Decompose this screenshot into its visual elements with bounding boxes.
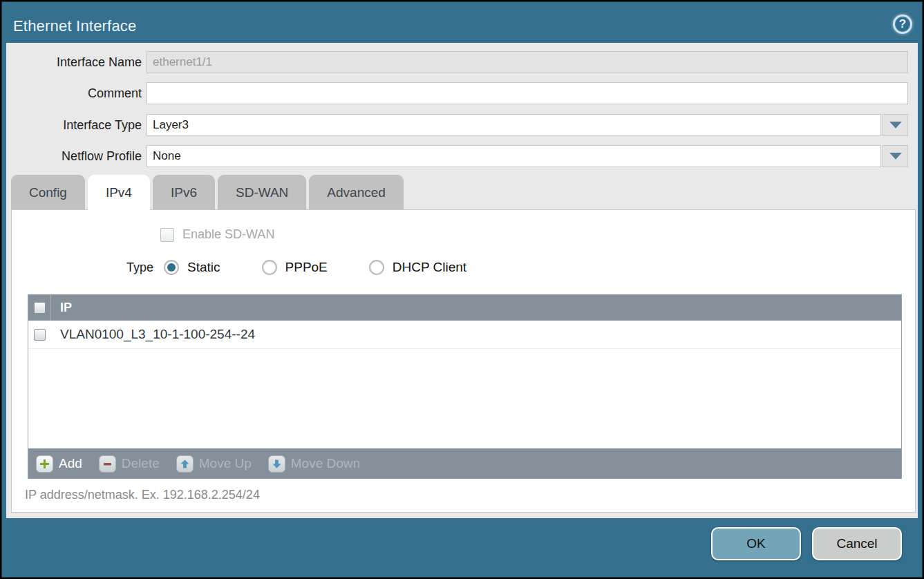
column-header-ip: IP xyxy=(60,301,72,315)
ip-format-hint: IP address/netmask. Ex. 192.168.2.254/24 xyxy=(25,488,260,502)
table-toolbar: Add Delete Move Up xyxy=(28,448,901,479)
ok-button[interactable]: OK xyxy=(711,527,801,560)
tab-config[interactable]: Config xyxy=(11,175,85,210)
move-down-button[interactable]: Move Down xyxy=(268,455,360,473)
tab-ipv4[interactable]: IPv4 xyxy=(88,175,150,210)
radio-option-pppoe[interactable]: PPPoE xyxy=(262,260,359,275)
minus-icon xyxy=(99,455,116,473)
plus-icon xyxy=(36,455,53,473)
tab-sdwan[interactable]: SD-WAN xyxy=(218,175,306,210)
dialog-footer: OK Cancel xyxy=(3,518,921,576)
ip-address-table: IP VLAN0100_L3_10-1-100-254--24 xyxy=(28,294,902,479)
comment-label: Comment xyxy=(6,82,142,104)
arrow-down-icon xyxy=(268,455,285,473)
cancel-button[interactable]: Cancel xyxy=(812,527,902,560)
radio-pppoe[interactable] xyxy=(262,260,277,275)
interface-name-input xyxy=(147,51,908,73)
table-row[interactable]: VLAN0100_L3_10-1-100-254--24 xyxy=(28,321,901,349)
netflow-profile-label: Netflow Profile xyxy=(6,145,142,167)
radio-static[interactable] xyxy=(164,260,179,275)
enable-sdwan-label: Enable SD-WAN xyxy=(182,227,274,242)
chevron-down-icon xyxy=(889,122,902,129)
comment-input[interactable] xyxy=(147,82,908,104)
ethernet-interface-dialog: Ethernet Interface ? Interface Name Comm… xyxy=(0,0,924,579)
select-all-checkbox[interactable] xyxy=(34,302,46,314)
enable-sdwan-checkbox[interactable] xyxy=(160,228,174,242)
arrow-up-icon xyxy=(176,455,194,473)
interface-type-input[interactable] xyxy=(147,114,881,136)
interface-name-row: Interface Name xyxy=(6,51,918,73)
ipv4-tab-panel: Enable SD-WAN Type Static PPPoE DHCP Cli… xyxy=(11,209,916,513)
table-header-row: IP xyxy=(28,295,901,321)
delete-button[interactable]: Delete xyxy=(99,455,160,473)
interface-type-label: Interface Type xyxy=(6,114,142,136)
interface-type-dropdown-button[interactable] xyxy=(883,114,908,136)
type-label: Type xyxy=(12,260,153,275)
interface-type-row: Interface Type xyxy=(6,114,918,136)
tab-strip: Config IPv4 IPv6 SD-WAN Advanced xyxy=(11,175,404,210)
type-radio-group: Type Static PPPoE DHCP Client xyxy=(12,257,915,278)
netflow-profile-dropdown-button[interactable] xyxy=(883,145,908,167)
row-checkbox[interactable] xyxy=(34,329,46,341)
radio-option-dhcp-client[interactable]: DHCP Client xyxy=(369,260,498,275)
dialog-content: Interface Name Comment Interface Type Ne… xyxy=(6,43,918,518)
tab-advanced[interactable]: Advanced xyxy=(309,175,404,210)
interface-name-label: Interface Name xyxy=(6,51,142,73)
enable-sdwan-row: Enable SD-WAN xyxy=(160,227,274,242)
tab-ipv6[interactable]: IPv6 xyxy=(153,175,215,210)
radio-option-static[interactable]: Static xyxy=(164,260,252,275)
radio-dhcp-client[interactable] xyxy=(369,260,384,275)
netflow-profile-row: Netflow Profile xyxy=(6,145,918,167)
netflow-profile-input[interactable] xyxy=(147,145,881,167)
move-up-button[interactable]: Move Up xyxy=(176,455,252,473)
add-button[interactable]: Add xyxy=(36,455,82,473)
dialog-title: Ethernet Interface xyxy=(13,17,136,35)
dialog-titlebar: Ethernet Interface ? xyxy=(3,3,921,43)
comment-row: Comment xyxy=(6,82,918,104)
chevron-down-icon xyxy=(889,153,902,160)
ip-entry-text[interactable]: VLAN0100_L3_10-1-100-254--24 xyxy=(60,327,255,342)
help-icon[interactable]: ? xyxy=(893,15,912,34)
table-body: VLAN0100_L3_10-1-100-254--24 xyxy=(28,321,901,448)
